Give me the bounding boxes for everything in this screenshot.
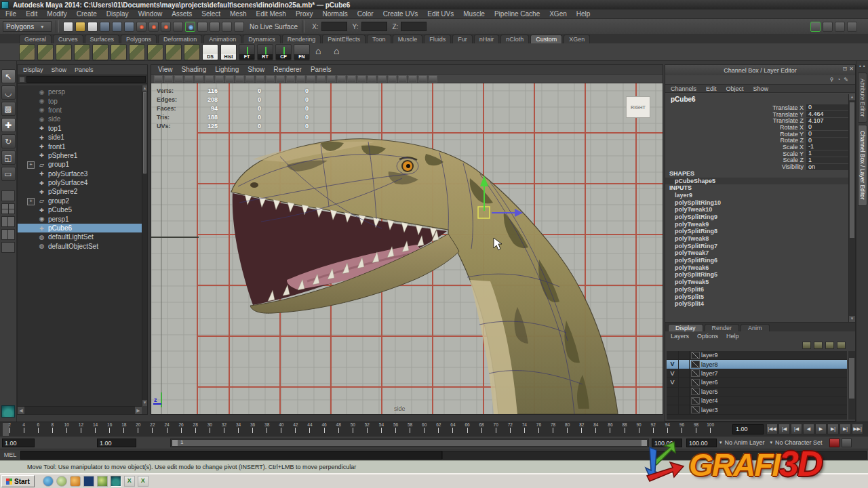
y-coordinate-field[interactable] [361, 22, 387, 31]
start-button[interactable]: Start [1, 475, 35, 487]
viewport-toolbar-icon[interactable] [286, 75, 295, 83]
viewport-toolbar-icon[interactable] [368, 75, 376, 83]
layer-visibility-toggle[interactable]: V [667, 369, 679, 378]
viewport-toolbar-icon[interactable] [164, 75, 173, 83]
shelf-button[interactable] [184, 44, 200, 60]
viewport-toolbar-icon[interactable] [307, 75, 315, 83]
toggle-attribute-editor-icon[interactable] [810, 22, 821, 32]
speed-state-icon[interactable]: ◔ [837, 77, 840, 83]
shelf-button[interactable]: RT [257, 44, 273, 60]
quick-launch-icon[interactable] [83, 476, 94, 487]
layer-visibility-toggle[interactable]: V [667, 360, 679, 368]
status-line-icon[interactable] [75, 22, 85, 32]
shelf-tab[interactable]: Toon [367, 35, 391, 43]
shelf-button[interactable]: Hist [220, 44, 237, 60]
outliner-item[interactable]: polySurface4 [18, 178, 142, 187]
playback-range-bar[interactable]: 1 [170, 439, 649, 447]
current-frame-field[interactable]: 1.00 [732, 424, 764, 434]
move-layer-down-icon[interactable] [814, 342, 823, 349]
quick-launch-icon[interactable] [70, 476, 81, 487]
quick-launch-icon[interactable] [111, 476, 121, 487]
timeline-playhead[interactable] [3, 423, 9, 436]
layer-playback-toggle[interactable] [679, 405, 690, 413]
viewport-toolbar-icon[interactable] [418, 75, 427, 83]
panel-header[interactable]: Channel Box / Layer Editor ⊡ ✕ [665, 65, 855, 75]
playback-button[interactable]: ▶▶| [852, 424, 863, 434]
command-line-language-label[interactable]: MEL [0, 451, 20, 458]
playback-button[interactable]: ▶ [815, 424, 827, 434]
viewport-menu-item[interactable]: View [158, 66, 173, 73]
range-start-handle[interactable] [172, 440, 178, 446]
input-node[interactable]: polySplit4 [665, 300, 848, 308]
outliner-item[interactable]: defaultLightSet [18, 232, 142, 241]
shelf-tab[interactable]: Fluids [424, 35, 451, 43]
menu-item[interactable]: Color [357, 10, 374, 18]
outliner-menu-item[interactable]: Show [52, 66, 67, 73]
viewport-toolbar-icon[interactable] [195, 75, 203, 83]
undock-icon[interactable]: ⊡ [843, 66, 848, 72]
viewport-toolbar-icon[interactable] [317, 75, 326, 83]
playback-start-field[interactable]: 1.00 [97, 439, 136, 447]
layer-playback-toggle[interactable] [679, 388, 690, 396]
outliner-item[interactable]: pSphere2 [18, 187, 142, 196]
status-line-icon[interactable] [63, 22, 73, 32]
input-node[interactable]: polySplitRing10 [665, 199, 848, 207]
playback-button[interactable]: |◀ [791, 424, 802, 434]
shape-node-name[interactable]: pCubeShape5 [665, 178, 848, 184]
close-icon[interactable]: ✕ [849, 66, 854, 72]
viewport-toolbar-icon[interactable] [215, 75, 224, 83]
attribute-value-field[interactable]: -1 [806, 144, 848, 150]
outliner-item[interactable]: persp1 [18, 214, 142, 223]
layer-playback-toggle[interactable] [679, 360, 690, 368]
tool-button[interactable]: ▭ [1, 167, 16, 181]
outliner-item[interactable]: pCube6 [18, 224, 142, 232]
outliner-item[interactable]: pCube5 [18, 205, 142, 214]
scroll-left-arrow-icon[interactable]: ◀ [18, 407, 24, 414]
create-empty-layer-icon[interactable] [825, 342, 834, 349]
status-line-icon[interactable] [149, 22, 159, 32]
animation-start-field[interactable]: 1.00 [2, 439, 35, 447]
selected-object-name[interactable]: pCube6 [665, 94, 848, 104]
outliner-item[interactable]: top1 [18, 124, 142, 133]
viewport-toolbar-icon[interactable] [245, 75, 254, 83]
status-line-icon[interactable] [136, 22, 146, 32]
channel-attribute-row[interactable]: Rotate Z 0 [665, 137, 848, 144]
viewport-menu-item[interactable]: Show [248, 66, 264, 73]
playback-button[interactable]: ▶| [840, 424, 851, 434]
viewport-toolbar-icon[interactable] [347, 75, 356, 83]
time-slider[interactable]: 2468101214161820222426283032343638404244… [0, 422, 868, 436]
viewport-menu-item[interactable]: Lighting [215, 66, 239, 73]
input-node[interactable]: polyTweak9 [665, 221, 848, 228]
title-bar[interactable]: Autodesk Maya 2014: C:\Users\01\Document… [0, 0, 868, 9]
attribute-value-field[interactable]: 0 [806, 138, 848, 144]
menu-item[interactable]: Create UVs [383, 10, 418, 18]
layer-playback-toggle[interactable] [679, 396, 690, 405]
shelf-tab[interactable]: nHair [474, 35, 500, 43]
tool-button[interactable]: ▩ [1, 102, 16, 116]
attribute-value-field[interactable]: on [806, 164, 848, 170]
channel-attribute-row[interactable]: Rotate X 0 [665, 124, 848, 131]
menu-item[interactable]: Mesh [230, 10, 246, 18]
outliner-item[interactable]: group1 [18, 160, 142, 169]
shelf-tab[interactable]: Polygons [121, 35, 157, 43]
character-set-dropdown[interactable]: ▾ No Character Set [770, 439, 823, 446]
shelf-button[interactable] [56, 44, 72, 60]
viewport-toolbar-icon[interactable] [266, 75, 275, 83]
scrollbar-thumb[interactable] [850, 102, 854, 238]
layer-color-swatch[interactable] [691, 397, 700, 405]
layer-color-swatch[interactable] [691, 369, 700, 377]
viewport-toolbar-icon[interactable] [276, 75, 285, 83]
shelf-tab[interactable]: PaintEffects [322, 35, 366, 43]
input-node[interactable]: polySplitRing8 [665, 228, 848, 235]
shelf-button[interactable] [37, 44, 54, 60]
move-layer-up-icon[interactable] [802, 342, 811, 349]
layer-editor-menu-item[interactable]: Layers [671, 333, 689, 340]
input-node[interactable]: layer9 [665, 192, 848, 199]
layer-list-scrollbar[interactable] [848, 351, 855, 420]
playback-button[interactable]: ◀ [803, 424, 814, 434]
layer-color-swatch[interactable] [691, 352, 700, 359]
attribute-value-field[interactable]: 0 [806, 131, 848, 137]
filter-icon[interactable] [19, 77, 25, 83]
viewport-menu-item[interactable]: Shading [182, 66, 207, 73]
layer-color-swatch[interactable] [691, 406, 700, 413]
